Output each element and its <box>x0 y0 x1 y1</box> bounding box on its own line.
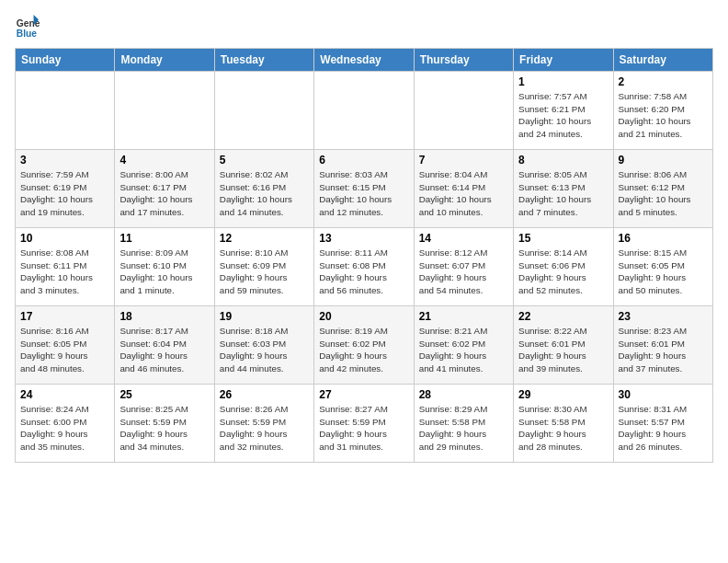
day-number: 27 <box>319 388 408 401</box>
weekday-header-saturday: Saturday <box>613 49 712 72</box>
day-number: 25 <box>119 388 209 401</box>
day-info: Sunrise: 8:29 AM Sunset: 5:58 PM Dayligh… <box>419 403 508 454</box>
calendar-cell: 22Sunrise: 8:22 AM Sunset: 6:01 PM Dayli… <box>514 306 613 385</box>
day-number: 20 <box>319 310 408 323</box>
calendar-cell: 26Sunrise: 8:26 AM Sunset: 5:59 PM Dayli… <box>214 385 313 463</box>
calendar-cell: 4Sunrise: 8:00 AM Sunset: 6:17 PM Daylig… <box>115 150 214 228</box>
calendar-cell: 6Sunrise: 8:03 AM Sunset: 6:15 PM Daylig… <box>314 150 414 228</box>
day-info: Sunrise: 8:14 AM Sunset: 6:06 PM Dayligh… <box>518 247 608 297</box>
day-number: 26 <box>220 388 309 401</box>
weekday-header-friday: Friday <box>514 49 613 72</box>
calendar-cell: 2Sunrise: 7:58 AM Sunset: 6:20 PM Daylig… <box>613 72 712 150</box>
day-info: Sunrise: 8:17 AM Sunset: 6:04 PM Dayligh… <box>119 325 209 375</box>
day-number: 21 <box>419 310 508 323</box>
calendar-cell <box>214 72 313 150</box>
calendar-cell: 13Sunrise: 8:11 AM Sunset: 6:08 PM Dayli… <box>314 228 414 306</box>
day-number: 18 <box>119 310 209 323</box>
day-info: Sunrise: 8:04 AM Sunset: 6:14 PM Dayligh… <box>419 168 508 219</box>
calendar-cell <box>115 72 214 150</box>
day-number: 13 <box>319 232 408 245</box>
day-number: 28 <box>419 388 508 401</box>
day-number: 4 <box>119 154 209 167</box>
day-number: 8 <box>518 154 608 167</box>
day-info: Sunrise: 8:31 AM Sunset: 5:57 PM Dayligh… <box>619 403 708 454</box>
calendar-cell: 11Sunrise: 8:09 AM Sunset: 6:10 PM Dayli… <box>115 228 214 306</box>
calendar-week-row: 17Sunrise: 8:16 AM Sunset: 6:05 PM Dayli… <box>16 306 713 385</box>
day-number: 3 <box>20 154 109 167</box>
day-number: 15 <box>518 232 608 245</box>
day-number: 22 <box>518 310 608 323</box>
day-info: Sunrise: 8:21 AM Sunset: 6:02 PM Dayligh… <box>419 325 508 375</box>
calendar-cell: 8Sunrise: 8:05 AM Sunset: 6:13 PM Daylig… <box>514 150 613 228</box>
calendar-week-row: 3Sunrise: 7:59 AM Sunset: 6:19 PM Daylig… <box>16 150 713 228</box>
calendar-cell <box>16 72 115 150</box>
day-number: 24 <box>20 388 109 401</box>
day-number: 17 <box>20 310 109 323</box>
calendar-cell: 19Sunrise: 8:18 AM Sunset: 6:03 PM Dayli… <box>214 306 313 385</box>
day-info: Sunrise: 8:27 AM Sunset: 5:59 PM Dayligh… <box>319 403 408 454</box>
day-info: Sunrise: 8:09 AM Sunset: 6:10 PM Dayligh… <box>119 247 209 297</box>
day-number: 9 <box>619 154 708 167</box>
calendar-cell: 7Sunrise: 8:04 AM Sunset: 6:14 PM Daylig… <box>414 150 513 228</box>
day-info: Sunrise: 8:30 AM Sunset: 5:58 PM Dayligh… <box>518 403 608 454</box>
day-info: Sunrise: 7:59 AM Sunset: 6:19 PM Dayligh… <box>20 168 109 219</box>
calendar-week-row: 24Sunrise: 8:24 AM Sunset: 6:00 PM Dayli… <box>16 385 713 463</box>
weekday-header-monday: Monday <box>115 49 214 72</box>
day-number: 29 <box>518 388 608 401</box>
day-info: Sunrise: 8:15 AM Sunset: 6:05 PM Dayligh… <box>619 247 708 297</box>
day-number: 14 <box>419 232 508 245</box>
logo: General Blue <box>15 15 44 40</box>
calendar-cell: 16Sunrise: 8:15 AM Sunset: 6:05 PM Dayli… <box>613 228 712 306</box>
day-number: 19 <box>220 310 309 323</box>
calendar-cell: 14Sunrise: 8:12 AM Sunset: 6:07 PM Dayli… <box>414 228 513 306</box>
day-number: 23 <box>619 310 708 323</box>
calendar-cell: 10Sunrise: 8:08 AM Sunset: 6:11 PM Dayli… <box>16 228 115 306</box>
day-info: Sunrise: 8:10 AM Sunset: 6:09 PM Dayligh… <box>220 247 309 297</box>
day-number: 16 <box>619 232 708 245</box>
calendar-week-row: 10Sunrise: 8:08 AM Sunset: 6:11 PM Dayli… <box>16 228 713 306</box>
day-info: Sunrise: 8:23 AM Sunset: 6:01 PM Dayligh… <box>619 325 708 375</box>
calendar-cell: 12Sunrise: 8:10 AM Sunset: 6:09 PM Dayli… <box>214 228 313 306</box>
calendar-cell: 27Sunrise: 8:27 AM Sunset: 5:59 PM Dayli… <box>314 385 414 463</box>
day-number: 11 <box>119 232 209 245</box>
calendar-cell: 25Sunrise: 8:25 AM Sunset: 5:59 PM Dayli… <box>115 385 214 463</box>
calendar-cell: 21Sunrise: 8:21 AM Sunset: 6:02 PM Dayli… <box>414 306 513 385</box>
calendar-cell: 29Sunrise: 8:30 AM Sunset: 5:58 PM Dayli… <box>514 385 613 463</box>
page-header: General Blue <box>15 15 713 40</box>
day-number: 5 <box>220 154 309 167</box>
calendar-cell: 17Sunrise: 8:16 AM Sunset: 6:05 PM Dayli… <box>16 306 115 385</box>
calendar-cell: 1Sunrise: 7:57 AM Sunset: 6:21 PM Daylig… <box>514 72 613 150</box>
day-info: Sunrise: 7:57 AM Sunset: 6:21 PM Dayligh… <box>518 90 608 141</box>
calendar-cell: 18Sunrise: 8:17 AM Sunset: 6:04 PM Dayli… <box>115 306 214 385</box>
day-number: 12 <box>220 232 309 245</box>
day-info: Sunrise: 8:22 AM Sunset: 6:01 PM Dayligh… <box>518 325 608 375</box>
calendar-cell: 15Sunrise: 8:14 AM Sunset: 6:06 PM Dayli… <box>514 228 613 306</box>
calendar-cell: 5Sunrise: 8:02 AM Sunset: 6:16 PM Daylig… <box>214 150 313 228</box>
day-number: 1 <box>518 75 608 88</box>
day-number: 6 <box>319 154 408 167</box>
day-info: Sunrise: 8:00 AM Sunset: 6:17 PM Dayligh… <box>119 168 209 219</box>
calendar-cell: 30Sunrise: 8:31 AM Sunset: 5:57 PM Dayli… <box>613 385 712 463</box>
day-info: Sunrise: 7:58 AM Sunset: 6:20 PM Dayligh… <box>619 90 708 141</box>
day-info: Sunrise: 8:12 AM Sunset: 6:07 PM Dayligh… <box>419 247 508 297</box>
day-info: Sunrise: 8:06 AM Sunset: 6:12 PM Dayligh… <box>619 168 708 219</box>
weekday-header-wednesday: Wednesday <box>314 49 414 72</box>
day-info: Sunrise: 8:03 AM Sunset: 6:15 PM Dayligh… <box>319 168 408 219</box>
day-info: Sunrise: 8:08 AM Sunset: 6:11 PM Dayligh… <box>20 247 109 297</box>
weekday-header-tuesday: Tuesday <box>214 49 313 72</box>
day-number: 7 <box>419 154 508 167</box>
day-info: Sunrise: 8:25 AM Sunset: 5:59 PM Dayligh… <box>119 403 209 454</box>
calendar-cell <box>314 72 414 150</box>
day-info: Sunrise: 8:24 AM Sunset: 6:00 PM Dayligh… <box>20 403 109 454</box>
calendar-cell <box>414 72 513 150</box>
calendar-cell: 20Sunrise: 8:19 AM Sunset: 6:02 PM Dayli… <box>314 306 414 385</box>
weekday-header-row: SundayMondayTuesdayWednesdayThursdayFrid… <box>16 49 713 72</box>
day-info: Sunrise: 8:11 AM Sunset: 6:08 PM Dayligh… <box>319 247 408 297</box>
calendar-week-row: 1Sunrise: 7:57 AM Sunset: 6:21 PM Daylig… <box>16 72 713 150</box>
day-info: Sunrise: 8:18 AM Sunset: 6:03 PM Dayligh… <box>220 325 309 375</box>
calendar-cell: 9Sunrise: 8:06 AM Sunset: 6:12 PM Daylig… <box>613 150 712 228</box>
calendar-table: SundayMondayTuesdayWednesdayThursdayFrid… <box>15 48 713 463</box>
weekday-header-sunday: Sunday <box>16 49 115 72</box>
day-info: Sunrise: 8:02 AM Sunset: 6:16 PM Dayligh… <box>220 168 309 219</box>
calendar-cell: 28Sunrise: 8:29 AM Sunset: 5:58 PM Dayli… <box>414 385 513 463</box>
